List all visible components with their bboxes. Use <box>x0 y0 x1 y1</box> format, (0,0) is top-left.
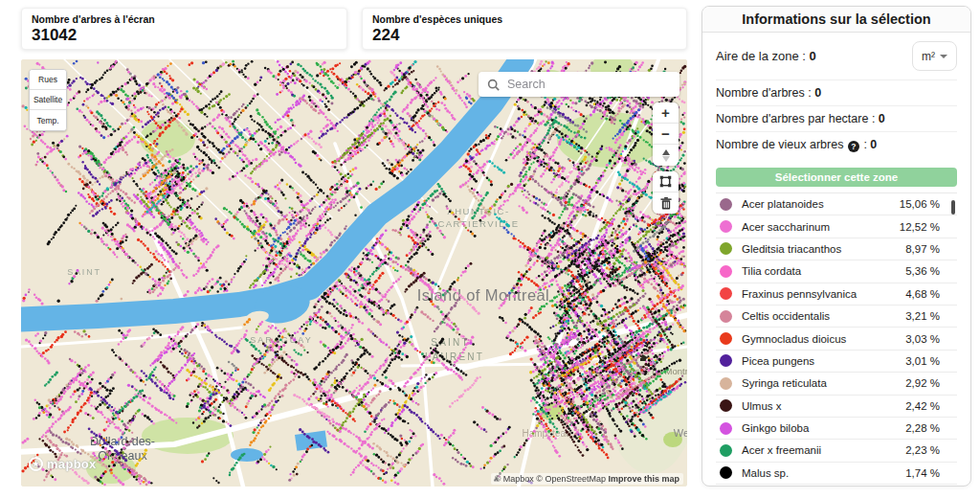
map-attribution: © Mapbox © OpenStreetMap Improve this ma… <box>491 473 683 485</box>
map[interactable]: Island of MontrealSAINT-LAURENTSARAGUAYA… <box>21 59 687 487</box>
zoom-in-button[interactable]: + <box>653 102 679 124</box>
species-color-swatch <box>720 422 732 435</box>
layer-switcher: RuesSatelliteTemp. <box>29 69 67 131</box>
species-list-scrollbar[interactable] <box>951 200 955 215</box>
delete-drawing-button[interactable] <box>653 192 679 214</box>
draw-polygon-button[interactable] <box>653 171 679 192</box>
species-percentage: 8,97 % <box>905 243 940 255</box>
species-color-swatch <box>720 332 732 345</box>
area-label: Aire de la zone : 0 <box>716 49 816 63</box>
stat-card-trees-on-screen: Nombre d'arbres à l'écran 31042 <box>21 8 347 50</box>
draw-controls <box>653 171 679 214</box>
mapbox-logo-text: mapbox <box>47 457 97 471</box>
species-row[interactable]: Malus sp. 1,74 % <box>716 463 957 485</box>
species-color-swatch <box>720 198 732 211</box>
species-percentage: 2,23 % <box>905 444 940 456</box>
tree-count-row: Nombre d'arbres : 0 <box>716 80 957 106</box>
species-row[interactable]: Picea pungens 3,01 % <box>716 351 957 373</box>
zoom-out-button[interactable]: − <box>653 124 679 145</box>
species-row[interactable]: Syringa reticulata 2,92 % <box>716 373 957 395</box>
species-color-swatch <box>720 287 732 300</box>
species-percentage: 1,74 % <box>905 467 940 479</box>
species-name: Ulmus x <box>742 400 896 412</box>
improve-map-link[interactable]: Improve this map <box>608 474 679 484</box>
species-row[interactable]: Acer x freemanii 2,23 % <box>716 440 957 462</box>
species-row[interactable]: Fraxinus pennsylvanica 4,68 % <box>716 283 957 306</box>
species-color-swatch <box>720 466 732 479</box>
species-name: Malus sp. <box>742 467 896 479</box>
trees-per-hectare-value: 0 <box>879 112 885 125</box>
search-icon <box>487 79 500 91</box>
chevron-down-icon <box>940 55 947 58</box>
stat-card-unique-species: Nombre d'espèces uniques 224 <box>362 8 687 50</box>
species-name: Syringa reticulata <box>742 377 896 389</box>
species-name: Acer saccharinum <box>742 221 890 233</box>
species-percentage: 3,01 % <box>905 355 940 367</box>
stat-value: 31042 <box>32 26 337 45</box>
species-color-swatch <box>720 354 732 367</box>
species-percentage: 2,92 % <box>905 377 940 389</box>
stat-value: 224 <box>372 26 677 45</box>
species-color-swatch <box>720 310 732 323</box>
help-icon[interactable]: ? <box>848 141 859 152</box>
zoom-controls: + − <box>653 102 679 166</box>
map-search[interactable] <box>479 72 679 97</box>
species-row[interactable]: Celtis occidentalis 3,21 % <box>716 306 957 328</box>
species-name: Acer x freemanii <box>742 444 896 456</box>
species-percentage: 3,03 % <box>905 333 940 345</box>
species-name: Acer platanoides <box>742 198 890 210</box>
polygon-icon <box>659 175 672 188</box>
species-color-swatch <box>720 242 732 255</box>
mapbox-logo-icon: ★ <box>29 457 43 471</box>
species-color-swatch <box>720 444 732 457</box>
species-percentage: 2,42 % <box>905 400 940 412</box>
species-percentage: 3,21 % <box>905 310 940 322</box>
area-row: Aire de la zone : 0 m² <box>716 33 957 80</box>
species-percentage: 15,06 % <box>900 198 940 210</box>
trees-per-hectare-row: Nombre d'arbres par hectare : 0 <box>716 106 957 132</box>
species-percentage: 5,36 % <box>905 265 940 277</box>
panel-title: Informations sur la sélection <box>702 7 970 33</box>
unit-select[interactable]: m² <box>912 41 957 71</box>
map-tree-dots-canvas[interactable] <box>21 59 687 487</box>
species-name: Gleditsia triacanthos <box>742 243 896 255</box>
species-color-swatch <box>720 220 732 233</box>
species-row[interactable]: Tilia cordata 5,36 % <box>716 260 957 283</box>
species-color-swatch <box>720 265 732 278</box>
species-row[interactable]: Ulmus x 2,42 % <box>716 396 957 418</box>
species-row[interactable]: Acer saccharinum 12,52 % <box>716 215 957 238</box>
species-row[interactable]: Gymnocladus dioicus 3,03 % <box>716 328 957 350</box>
stat-label: Nombre d'espèces uniques <box>372 13 677 25</box>
search-input[interactable] <box>507 78 671 91</box>
old-trees-value: 0 <box>870 138 877 151</box>
species-name: Picea pungens <box>742 355 896 367</box>
layer-button-rues[interactable]: Rues <box>30 70 66 90</box>
species-name: Gymnocladus dioicus <box>742 333 896 345</box>
species-name: Fraxinus pennsylvanica <box>742 288 896 300</box>
compass-button[interactable] <box>653 145 679 166</box>
species-name: Celtis occidentalis <box>742 310 896 322</box>
selection-info-panel: Informations sur la sélection Aire de la… <box>702 6 971 487</box>
attribution-text: © Mapbox © OpenStreetMap <box>495 474 606 484</box>
layer-button-temp[interactable]: Temp. <box>30 110 66 130</box>
species-row[interactable]: Acer platanoides 15,06 % <box>716 193 957 215</box>
trash-icon <box>660 197 672 210</box>
select-zone-button[interactable]: Sélectionner cette zone <box>716 168 957 187</box>
species-list: Acer platanoides 15,06 % Acer saccharinu… <box>716 192 957 485</box>
tree-count-value: 0 <box>814 86 821 100</box>
area-value: 0 <box>810 49 816 63</box>
layer-button-satellite[interactable]: Satellite <box>30 90 66 110</box>
compass-icon <box>662 149 670 162</box>
species-name: Tilia cordata <box>742 265 896 277</box>
stat-label: Nombre d'arbres à l'écran <box>32 13 337 25</box>
species-percentage: 12,52 % <box>900 221 940 233</box>
species-color-swatch <box>720 399 732 412</box>
species-row[interactable]: Gleditsia triacanthos 8,97 % <box>716 238 957 260</box>
species-name: Ginkgo biloba <box>742 422 896 434</box>
species-percentage: 4,68 % <box>905 288 940 300</box>
species-percentage: 2,28 % <box>905 422 940 434</box>
species-color-swatch <box>720 377 732 390</box>
species-row[interactable]: Ginkgo biloba 2,28 % <box>716 418 957 440</box>
old-trees-row: Nombre de vieux arbres ? : 0 <box>716 132 957 158</box>
mapbox-logo[interactable]: ★ mapbox <box>29 457 97 471</box>
